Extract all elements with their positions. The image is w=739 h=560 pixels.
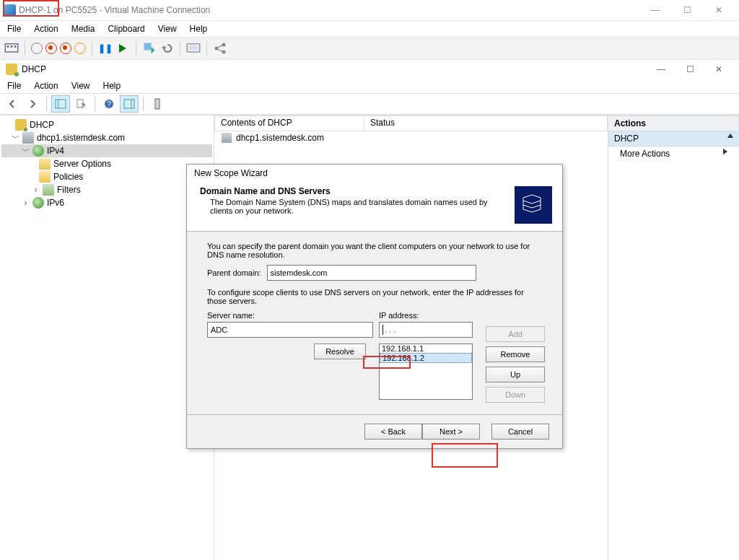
mmc-minimize-button[interactable]: — — [647, 60, 675, 79]
highlight-dns-entry — [363, 356, 411, 369]
share-icon[interactable] — [213, 41, 227, 56]
nav-back-button[interactable] — [3, 95, 22, 113]
actions-section[interactable]: DHCP — [608, 131, 739, 146]
revert-icon[interactable] — [159, 41, 174, 56]
server-name-label: Server name: — [207, 311, 366, 320]
highlight-vm-title — [3, 0, 59, 17]
list-row-label: dhcp1.sistemdesk.com — [236, 133, 324, 143]
vm-maximize-button[interactable]: ☐ — [671, 0, 703, 20]
tree-ipv4[interactable]: IPv4 — [47, 146, 64, 156]
checkpoint-icon[interactable] — [142, 41, 157, 56]
nav-forward-button[interactable] — [23, 95, 42, 113]
tree-policies[interactable]: Policies — [53, 172, 83, 182]
show-tree-button[interactable] — [51, 95, 70, 113]
wizard-subheading: The Domain Name System (DNS) maps and tr… — [200, 198, 507, 215]
vm-menubar: File Action Media Clipboard View Help — [0, 21, 739, 37]
export-button[interactable] — [71, 95, 90, 113]
server-icon-button[interactable] — [148, 95, 167, 113]
turnoff-icon[interactable] — [45, 43, 57, 54]
vm-titlebar: DHCP-1 on PC5525 - Virtual Machine Conne… — [0, 0, 739, 21]
chevron-right-icon — [723, 149, 727, 154]
resolve-button[interactable]: Resolve — [314, 344, 366, 359]
svg-rect-4 — [144, 43, 152, 51]
mmc-menu-view[interactable]: View — [71, 81, 90, 91]
col-status[interactable]: Status — [364, 115, 608, 131]
actions-pane-button[interactable] — [120, 95, 139, 113]
svg-rect-3 — [14, 45, 17, 48]
start-icon[interactable] — [31, 43, 43, 54]
parent-domain-label: Parent domain: — [207, 268, 261, 277]
actions-pane: Actions DHCP More Actions — [608, 115, 739, 560]
cancel-button[interactable]: Cancel — [491, 424, 549, 439]
dns-list-item[interactable]: 192.168.1.1 — [380, 344, 472, 353]
vm-menu-help[interactable]: Help — [190, 24, 208, 34]
svg-rect-2 — [11, 45, 13, 48]
svg-rect-1 — [7, 45, 9, 48]
vm-menu-action[interactable]: Action — [34, 24, 58, 34]
vm-menu-view[interactable]: View — [158, 24, 177, 34]
vm-menu-file[interactable]: File — [7, 24, 21, 34]
mmc-menu-help[interactable]: Help — [103, 81, 121, 91]
mmc-menubar: File Action View Help — [0, 79, 739, 93]
add-button[interactable]: Add — [486, 326, 545, 342]
scope-tree[interactable]: DHCP ﹀dhcp1.sistemdesk.com ﹀IPv4 Server … — [0, 115, 214, 560]
mmc-close-button[interactable]: ✕ — [704, 60, 733, 79]
wizard-title: New Scope Wizard — [187, 165, 562, 182]
wizard-heading: Domain Name and DNS Servers — [200, 186, 331, 196]
up-button[interactable]: Up — [486, 367, 545, 382]
highlight-next-button — [432, 443, 498, 468]
tree-filters[interactable]: Filters — [57, 185, 81, 195]
help-button[interactable]: ? — [100, 95, 118, 113]
svg-rect-15 — [124, 100, 134, 108]
tree-server-options[interactable]: Server Options — [53, 159, 111, 169]
wizard-p1: You can specify the parent domain you wa… — [207, 242, 545, 259]
vm-menu-clipboard[interactable]: Clipboard — [108, 24, 144, 34]
vm-minimize-button[interactable]: — — [639, 0, 671, 20]
pause-icon[interactable]: ❚❚ — [98, 41, 113, 56]
ip-address-input[interactable]: . . . — [379, 322, 473, 338]
svg-point-8 — [222, 43, 226, 47]
parent-domain-input[interactable] — [267, 265, 476, 281]
tree-ipv6[interactable]: IPv6 — [47, 198, 64, 208]
mmc-maximize-button[interactable]: ☐ — [675, 60, 704, 79]
mmc-menu-file[interactable]: File — [7, 81, 21, 91]
dns-servers-list[interactable]: 192.168.1.1 192.168.1.2 — [379, 344, 473, 400]
vm-menu-media[interactable]: Media — [71, 24, 95, 34]
mmc-titlebar: DHCP — ☐ ✕ — [0, 60, 739, 79]
mmc-menu-action[interactable]: Action — [34, 81, 58, 91]
ctrl-alt-del-icon[interactable] — [4, 41, 19, 56]
server-name-input[interactable] — [207, 322, 373, 338]
svg-rect-0 — [5, 44, 18, 52]
tree-root[interactable]: DHCP — [30, 120, 54, 130]
tree-server[interactable]: dhcp1.sistemdesk.com — [37, 133, 125, 143]
back-button[interactable]: < Back — [364, 424, 422, 439]
ip-address-label: IP address: — [379, 311, 473, 320]
actions-more[interactable]: More Actions — [608, 146, 739, 161]
down-button[interactable]: Down — [486, 387, 545, 403]
enhanced-session-icon[interactable] — [186, 41, 201, 56]
vm-toolbar: ❚❚ — [0, 37, 739, 60]
reset-icon[interactable] — [115, 41, 130, 56]
new-scope-wizard: New Scope Wizard Domain Name and DNS Ser… — [186, 164, 563, 449]
shutdown-icon[interactable] — [60, 43, 71, 54]
col-contents[interactable]: Contents of DHCP — [214, 115, 364, 131]
vm-close-button[interactable]: ✕ — [703, 0, 735, 20]
actions-header: Actions — [608, 115, 739, 131]
svg-text:?: ? — [107, 100, 111, 108]
next-button[interactable]: Next > — [422, 424, 480, 439]
svg-rect-10 — [56, 100, 66, 108]
save-icon[interactable] — [74, 43, 86, 54]
mmc-toolbar: ? — [0, 93, 739, 115]
svg-rect-6 — [189, 45, 198, 50]
svg-rect-17 — [155, 99, 159, 109]
wizard-p2: To configure scope clients to use DNS se… — [207, 288, 545, 305]
remove-button[interactable]: Remove — [486, 346, 545, 362]
collapse-icon — [727, 134, 733, 138]
list-row[interactable]: dhcp1.sistemdesk.com — [214, 131, 608, 144]
wizard-banner-icon — [515, 186, 552, 224]
svg-point-9 — [222, 51, 226, 54]
mmc-title: DHCP — [22, 64, 46, 74]
dhcp-app-icon — [6, 64, 17, 75]
